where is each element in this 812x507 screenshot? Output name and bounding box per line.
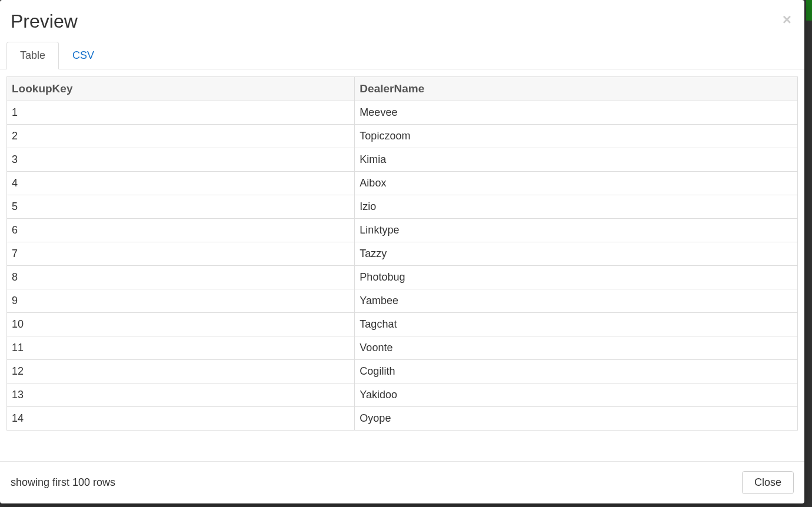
tab-csv[interactable]: CSV [59, 42, 108, 69]
cell-lookupkey: 10 [7, 313, 355, 336]
table-row: 4Aibox [7, 172, 798, 195]
cell-lookupkey: 2 [7, 125, 355, 148]
modal-footer: showing first 100 rows Close [0, 461, 804, 503]
background-green-accent [806, 0, 812, 21]
cell-dealername: Voonte [355, 336, 798, 360]
cell-dealername: Tazzy [355, 242, 798, 266]
cell-dealername: Kimia [355, 148, 798, 172]
cell-lookupkey: 11 [7, 336, 355, 360]
cell-lookupkey: 5 [7, 195, 355, 219]
preview-table: LookupKey DealerName 1Meevee2Topiczoom3K… [6, 76, 798, 431]
table-row: 11Voonte [7, 336, 798, 360]
row-status-text: showing first 100 rows [11, 476, 115, 489]
cell-lookupkey: 6 [7, 219, 355, 242]
table-row: 13Yakidoo [7, 383, 798, 407]
table-row: 8Photobug [7, 266, 798, 289]
cell-dealername: Yambee [355, 289, 798, 313]
cell-dealername: Cogilith [355, 360, 798, 383]
cell-lookupkey: 4 [7, 172, 355, 195]
cell-lookupkey: 13 [7, 383, 355, 407]
preview-modal: Preview × Table CSV LookupKey DealerName… [0, 0, 804, 503]
tab-bar: Table CSV [0, 42, 804, 69]
cell-lookupkey: 3 [7, 148, 355, 172]
table-row: 9Yambee [7, 289, 798, 313]
cell-dealername: Linktype [355, 219, 798, 242]
table-row: 2Topiczoom [7, 125, 798, 148]
cell-lookupkey: 14 [7, 407, 355, 431]
cell-dealername: Photobug [355, 266, 798, 289]
cell-dealername: Yakidoo [355, 383, 798, 407]
cell-lookupkey: 9 [7, 289, 355, 313]
table-row: 5Izio [7, 195, 798, 219]
table-row: 10Tagchat [7, 313, 798, 336]
tab-table[interactable]: Table [6, 42, 59, 69]
cell-dealername: Aibox [355, 172, 798, 195]
table-row: 12Cogilith [7, 360, 798, 383]
cell-lookupkey: 12 [7, 360, 355, 383]
cell-dealername: Topiczoom [355, 125, 798, 148]
cell-dealername: Tagchat [355, 313, 798, 336]
table-row: 6Linktype [7, 219, 798, 242]
close-icon[interactable]: × [783, 12, 791, 27]
column-header-lookupkey: LookupKey [7, 77, 355, 101]
table-row: 7Tazzy [7, 242, 798, 266]
cell-lookupkey: 8 [7, 266, 355, 289]
cell-dealername: Izio [355, 195, 798, 219]
column-header-dealername: DealerName [355, 77, 798, 101]
cell-lookupkey: 1 [7, 101, 355, 125]
modal-body[interactable]: LookupKey DealerName 1Meevee2Topiczoom3K… [0, 69, 804, 461]
cell-dealername: Meevee [355, 101, 798, 125]
modal-header: Preview × Table CSV [0, 0, 804, 69]
table-row: 3Kimia [7, 148, 798, 172]
close-button[interactable]: Close [742, 471, 794, 494]
table-header-row: LookupKey DealerName [7, 77, 798, 101]
modal-title: Preview [11, 11, 794, 32]
table-row: 14Oyope [7, 407, 798, 431]
cell-dealername: Oyope [355, 407, 798, 431]
table-row: 1Meevee [7, 101, 798, 125]
cell-lookupkey: 7 [7, 242, 355, 266]
